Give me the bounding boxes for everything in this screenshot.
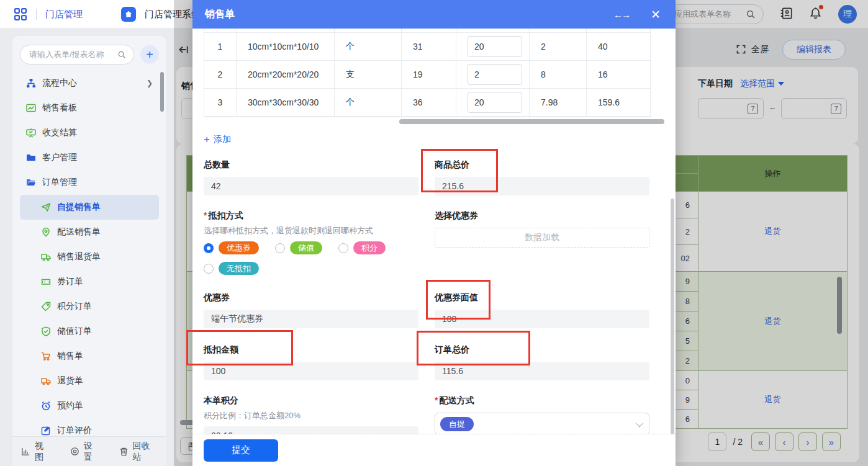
sidebar-item-sales-order[interactable]: 销售单: [20, 344, 159, 369]
ticket-icon: [41, 277, 51, 287]
caret-down-icon: [778, 82, 784, 86]
delivery-method-select[interactable]: 自提: [435, 413, 649, 434]
sidebar-item-stored-value-order[interactable]: 储值订单: [20, 319, 159, 344]
fullscreen-icon: [736, 45, 746, 55]
radio-icon: [204, 264, 214, 274]
sidebar-scrollbar-thumb[interactable]: [160, 72, 164, 112]
quantity-input[interactable]: [468, 64, 522, 85]
date-end-input[interactable]: 7: [781, 98, 847, 119]
table-hscrollbar-thumb[interactable]: [399, 119, 664, 124]
sidebar-item-selfpickup-sales-order[interactable]: 自提销售单: [20, 195, 159, 220]
points-label: 本单积分: [204, 395, 418, 406]
flow-icon: [26, 78, 36, 88]
sidebar-item-sales-dashboard[interactable]: 销售看板: [20, 96, 159, 120]
modal-scrollbar-thumb[interactable]: [671, 199, 674, 434]
table-row: 1 10cm*10cm*10/10 个 31 2 40: [204, 33, 650, 61]
choose-coupon-label: 选择优惠券: [435, 210, 649, 222]
quantity-input[interactable]: [468, 36, 522, 57]
total-qty-value: 42: [204, 177, 418, 195]
first-page-button[interactable]: «: [751, 432, 770, 451]
sidebar-item-customer-management[interactable]: 客户管理: [20, 145, 159, 170]
folder-open-icon: [26, 177, 36, 187]
nav-store-management[interactable]: 门店管理: [45, 9, 83, 20]
view-button[interactable]: 视图: [21, 441, 52, 463]
return-goods-link[interactable]: 退货: [765, 395, 781, 404]
date-start-input[interactable]: 7: [698, 98, 764, 119]
deduct-method-helper: 选择哪种抵扣方式，退货退款时则退回哪种方式: [204, 225, 418, 236]
return-goods-link[interactable]: 退货: [765, 226, 781, 236]
sidebar-item-reservation-order[interactable]: 预约单: [20, 393, 159, 418]
sidebar-item-order-management[interactable]: 订单管理: [20, 170, 159, 195]
expand-icon[interactable]: ←→: [613, 9, 630, 20]
gear-icon: [70, 447, 80, 457]
app-root: 门店管理 门店管理系统 请输入应用或表单名称 理: [0, 0, 868, 466]
row-index: 2: [204, 61, 237, 89]
sidebar-item-label: 客户管理: [42, 152, 153, 163]
points-helper: 积分比例：订单总金额20%: [204, 410, 418, 421]
deduct-amount-label: 抵扣金额: [204, 344, 418, 356]
deduct-method-label: *抵扣方式: [204, 210, 418, 222]
radio-option-coupon[interactable]: 优惠券: [204, 241, 259, 254]
calendar-icon: 7: [748, 104, 758, 114]
submit-button[interactable]: 提交: [204, 439, 278, 462]
radio-option-points[interactable]: 积分: [338, 241, 386, 254]
contacts-icon[interactable]: [780, 7, 793, 22]
sidebar-item-sales-return-order[interactable]: 销售退货单: [20, 244, 159, 269]
sidebar-item-label: 订单评价: [57, 425, 153, 436]
edit-report-button[interactable]: 编辑报表: [782, 40, 846, 60]
edit-icon: [41, 426, 51, 436]
table-scrollbar-thumb[interactable]: [837, 277, 842, 334]
radio-option-stored-value[interactable]: 储值: [275, 241, 322, 254]
stock-cell: 31: [402, 33, 456, 61]
date-range-dropdown[interactable]: 选择范围: [740, 78, 784, 89]
choose-coupon-select[interactable]: 数据加载: [435, 228, 649, 248]
notification-badge: [819, 5, 823, 9]
quantity-input[interactable]: [468, 92, 522, 113]
notifications-bell-icon[interactable]: [809, 7, 822, 22]
radio-option-no-deduction[interactable]: 无抵扣: [204, 262, 259, 275]
home-icon[interactable]: [121, 7, 136, 22]
next-page-button[interactable]: ›: [798, 432, 817, 451]
app-grid-icon[interactable]: [14, 7, 27, 21]
truck-icon: [41, 252, 51, 262]
sidebar-item-label: 自提销售单: [57, 202, 153, 213]
add-form-button[interactable]: +: [140, 45, 159, 64]
clock-icon: [41, 401, 51, 411]
prev-page-button[interactable]: ‹: [775, 432, 793, 451]
last-page-button[interactable]: »: [822, 432, 841, 451]
price-cell: 7.98: [530, 89, 587, 117]
settings-label: 设置: [84, 441, 101, 463]
page-number[interactable]: 1: [708, 432, 726, 451]
avatar[interactable]: 理: [838, 5, 857, 24]
spec-cell: 10cm*10cm*10/10: [237, 33, 335, 61]
sidebar-search-input[interactable]: 请输入表单/报表名称: [20, 45, 134, 65]
collapse-icon[interactable]: [178, 44, 189, 55]
sidebar-item-label: 储值订单: [57, 326, 153, 337]
required-asterisk: *: [204, 210, 207, 220]
cart-icon: [41, 351, 51, 361]
coupon-name-label: 优惠券: [204, 292, 418, 303]
sidebar-item-delivery-sales-order[interactable]: 配送销售单: [20, 220, 159, 244]
sidebar-item-points-order[interactable]: 积分订单: [20, 294, 159, 319]
add-row-button[interactable]: + 添加: [204, 133, 231, 146]
unit-cell: 个: [335, 33, 402, 61]
order-total-label: 订单总价: [435, 344, 649, 356]
fullscreen-button[interactable]: 全屏: [736, 44, 769, 55]
sidebar-item-coupon-order[interactable]: 券订单: [20, 269, 159, 294]
chevron-down-icon: [636, 419, 644, 428]
close-icon[interactable]: ✕: [651, 7, 661, 22]
sidebar-item-settlement[interactable]: 收支结算: [20, 120, 159, 145]
fullscreen-label: 全屏: [751, 44, 769, 55]
truck-icon: [41, 376, 51, 386]
selfpickup-pill: 自提: [440, 417, 474, 431]
recycle-bin-button[interactable]: 回收站: [119, 441, 158, 463]
sidebar-menu: 流程中心 ❯ 销售看板 收支结算 客户管理 订单管理: [12, 68, 166, 443]
sidebar-item-process-center[interactable]: 流程中心 ❯: [20, 71, 159, 96]
unit-cell: 个: [335, 89, 402, 117]
stored-value-pill: 储值: [290, 241, 322, 254]
settings-button[interactable]: 设置: [70, 441, 101, 463]
return-goods-link[interactable]: 退货: [765, 316, 781, 326]
radio-selected-icon: [204, 243, 214, 253]
sidebar-item-return-order[interactable]: 退货单: [20, 369, 159, 393]
page-total: / 2: [733, 437, 743, 447]
